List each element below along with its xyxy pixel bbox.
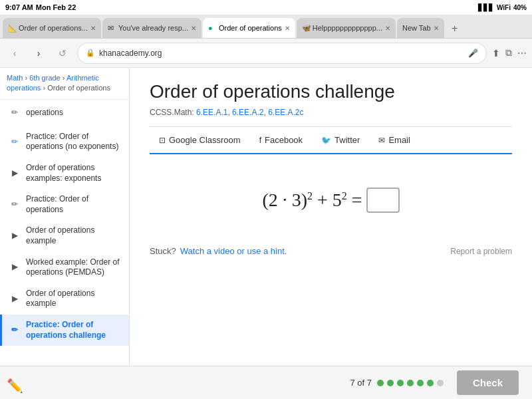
tab-help[interactable]: 🦋 Helppppppppppppp... ✕ [297, 18, 396, 38]
url-text: khanacademy.org [99, 49, 464, 58]
tab-label-5: New Tab [402, 24, 431, 32]
url-bar[interactable]: 🔒 khanacademy.org 🎤 [77, 43, 487, 64]
play-icon-1: ▶ [9, 168, 21, 180]
stuck-label: Stuck? [150, 246, 176, 256]
tab-favicon-1: 📐 [8, 24, 16, 32]
pencil-tool-button[interactable]: ✏️ [7, 378, 23, 394]
page-title: Order of operations challenge [150, 81, 512, 102]
sidebar-item-operations[interactable]: ✏ operations [0, 100, 129, 126]
time: 9:07 AM [5, 3, 33, 11]
progress-label: 7 of 7 [350, 378, 372, 388]
breadcrumb: Math › 6th grade › Arithmetic operations… [0, 68, 129, 100]
dot-3 [397, 380, 404, 386]
google-classroom-label: Google Classroom [169, 135, 241, 145]
email-label: Email [388, 135, 410, 145]
bottom-bar: ✏️ 7 of 7 Check [0, 366, 532, 399]
date: Mon Feb 22 [36, 3, 76, 11]
sidebar: Math › 6th grade › Arithmetic operations… [0, 68, 130, 399]
ccss-link-3[interactable]: 6.EE.A.2c [268, 108, 303, 117]
wifi-icon: WiFi [497, 4, 511, 11]
hint-area: Stuck? Watch a video or use a hint. Repo… [150, 239, 512, 263]
report-problem-link[interactable]: Report a problem [450, 247, 512, 256]
ccss-line: CCSS.Math: 6.EE.A.1, 6.EE.A.2, 6.EE.A.2c [150, 108, 512, 117]
sidebar-item-examples-exp[interactable]: ▶ Order of operations examples: exponent… [0, 158, 129, 189]
sidebar-item-practice-challenge[interactable]: ✏ Practice: Order of operations challeng… [0, 315, 129, 346]
check-button[interactable]: Check [457, 370, 519, 395]
progress-area: 7 of 7 [350, 378, 444, 388]
tab-close-1[interactable]: ✕ [90, 25, 96, 32]
pencil-icon-4: ✏ [9, 325, 21, 336]
tab-bar: 📐 Order of operations... ✕ ✉ You've alre… [0, 15, 532, 39]
email-icon: ✉ [378, 136, 385, 145]
ccss-link-1[interactable]: 6.EE.A.1 [196, 108, 227, 117]
tab-order-operations-1[interactable]: 📐 Order of operations... ✕ [3, 18, 101, 38]
play-icon-2: ▶ [9, 230, 21, 242]
tab-new[interactable]: New Tab ✕ [397, 18, 444, 38]
main-layout: Math › 6th grade › Arithmetic operations… [0, 68, 532, 399]
twitter-label: Twitter [334, 135, 360, 145]
hint-link[interactable]: Watch a video or use a hint. [180, 246, 287, 256]
tab-favicon-3: ● [208, 24, 216, 32]
dot-4 [407, 380, 414, 386]
tab-label-1: Order of operations... [19, 24, 88, 32]
breadcrumb-6th[interactable]: 6th grade [29, 74, 60, 82]
sidebar-item-practice-order[interactable]: ✏ Practice: Order of operations [0, 189, 129, 220]
progress-dots [377, 380, 444, 386]
ccss-link-2[interactable]: 6.EE.A.2 [232, 108, 263, 117]
back-button[interactable]: ‹ [5, 44, 24, 63]
sidebar-item-example-1[interactable]: ▶ Order of operations example [0, 220, 129, 251]
sidebar-item-worked-pemdas[interactable]: ▶ Worked example: Order of operations (P… [0, 252, 129, 283]
address-bar: ‹ › ↺ 🔒 khanacademy.org 🎤 ⬆ ⧉ ⋯ [0, 39, 532, 68]
google-classroom-icon: ⊡ [159, 136, 166, 145]
tabs-count-button[interactable]: ⧉ [505, 47, 512, 59]
breadcrumb-current: Order of operations [47, 84, 110, 92]
math-left: (2 · 3)2 + 52 = [262, 190, 362, 211]
tab-label-4: Helppppppppppppp... [313, 24, 382, 32]
new-tab-button[interactable]: + [446, 19, 464, 38]
sidebar-item-practice-no-exp[interactable]: ✏ Practice: Order of operations (no expo… [0, 126, 129, 158]
play-icon-4: ▶ [9, 293, 21, 305]
share-facebook[interactable]: f Facebook [250, 132, 312, 148]
more-button[interactable]: ⋯ [517, 48, 527, 59]
share-button[interactable]: ⬆ [492, 48, 500, 59]
pencil-icon-2: ✏ [9, 136, 21, 148]
share-google-classroom[interactable]: ⊡ Google Classroom [150, 132, 250, 148]
share-bar: ⊡ Google Classroom f Facebook 🐦 Twitter … [150, 126, 512, 154]
sidebar-item-example-2[interactable]: ▶ Order of operations example [0, 283, 129, 315]
pencil-icon-3: ✏ [9, 199, 21, 211]
facebook-label: Facebook [265, 135, 303, 145]
breadcrumb-math[interactable]: Math [7, 74, 23, 82]
math-expression: (2 · 3)2 + 52 = [262, 188, 399, 213]
lock-icon: 🔒 [86, 49, 95, 57]
forward-button[interactable]: › [29, 44, 48, 63]
ccss-prefix: CCSS.Math: [150, 108, 194, 117]
tab-close-3[interactable]: ✕ [285, 25, 290, 32]
twitter-icon: 🐦 [321, 136, 331, 145]
signal-icon: ▋▋▋ [478, 4, 494, 11]
pencil-icon-1: ✏ [9, 107, 21, 119]
tab-order-operations-active[interactable]: ● Order of operations ✕ [203, 18, 295, 38]
dot-1 [377, 380, 384, 386]
tab-favicon-4: 🦋 [302, 24, 310, 32]
status-bar: 9:07 AM Mon Feb 22 ▋▋▋ WiFi 40% [0, 0, 532, 15]
tab-close-5[interactable]: ✕ [434, 25, 439, 32]
facebook-icon: f [259, 136, 261, 145]
tab-label-3: Order of operations [219, 24, 282, 32]
math-answer-input[interactable] [366, 188, 400, 213]
content-area: Order of operations challenge CCSS.Math:… [130, 68, 532, 399]
tab-favicon-2: ✉ [108, 24, 116, 32]
dot-2 [387, 380, 394, 386]
math-area: (2 · 3)2 + 52 = [150, 174, 512, 226]
reload-button[interactable]: ↺ [53, 44, 72, 63]
share-twitter[interactable]: 🐦 Twitter [312, 132, 369, 148]
battery: 40% [513, 4, 527, 11]
dot-6 [427, 380, 434, 386]
tab-label-2: You've already resp... [118, 24, 188, 32]
dot-7 [437, 380, 444, 386]
share-email[interactable]: ✉ Email [369, 132, 420, 148]
tab-close-4[interactable]: ✕ [385, 25, 390, 32]
dot-5 [417, 380, 424, 386]
tab-youve-already[interactable]: ✉ You've already resp... ✕ [102, 18, 201, 38]
mic-icon: 🎤 [468, 49, 478, 58]
tab-close-2[interactable]: ✕ [191, 25, 196, 32]
